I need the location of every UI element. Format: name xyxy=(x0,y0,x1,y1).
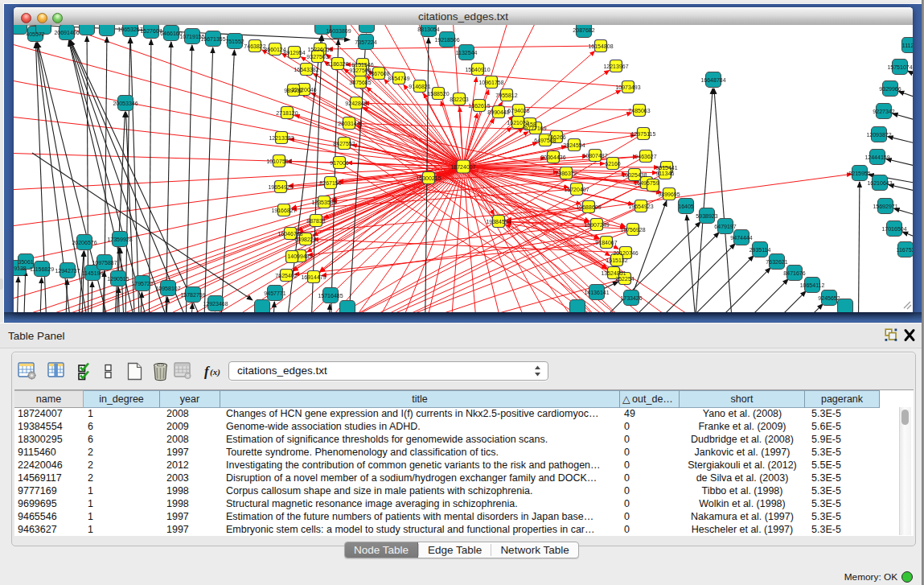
svg-text:12213383: 12213383 xyxy=(269,135,294,141)
svg-text:20206576: 20206576 xyxy=(72,240,97,245)
svg-text:911346: 911346 xyxy=(656,171,675,176)
svg-text:15720407: 15720407 xyxy=(564,187,589,192)
svg-text:18724007: 18724007 xyxy=(450,164,475,170)
svg-text:9227342: 9227342 xyxy=(873,109,894,114)
svg-text:12093872: 12093872 xyxy=(866,132,891,138)
svg-text:9184067: 9184067 xyxy=(595,240,617,245)
svg-text:35061: 35061 xyxy=(18,259,34,265)
svg-text:16782759: 16782759 xyxy=(180,292,205,298)
svg-text:16543382: 16543382 xyxy=(294,67,318,72)
svg-text:12213967: 12213967 xyxy=(603,64,628,69)
svg-text:7955812: 7955812 xyxy=(495,93,517,98)
svg-text:9245652: 9245652 xyxy=(818,295,840,301)
svg-text:11156829: 11156829 xyxy=(30,266,54,272)
svg-text:20364436: 20364436 xyxy=(540,154,565,160)
svg-text:16033809: 16033809 xyxy=(326,28,351,34)
svg-text:8454749: 8454749 xyxy=(388,76,409,81)
svg-text:405572: 405572 xyxy=(26,31,44,37)
svg-text:8912954: 8912954 xyxy=(283,50,305,56)
svg-text:7625402: 7625402 xyxy=(275,273,297,278)
svg-text:1733426: 1733426 xyxy=(620,295,642,301)
svg-text:1145194: 1145194 xyxy=(82,270,104,276)
svg-text:8471676: 8471676 xyxy=(783,270,805,276)
svg-text:14136141: 14136141 xyxy=(584,290,609,295)
svg-text:5938923: 5938923 xyxy=(696,213,717,219)
svg-text:917006: 917006 xyxy=(330,160,348,166)
svg-text:887833: 887833 xyxy=(306,218,325,224)
svg-text:7632621: 7632621 xyxy=(766,259,787,265)
svg-text:9146821: 9146821 xyxy=(409,84,430,89)
svg-text:16671355: 16671355 xyxy=(200,36,225,42)
svg-text:10807487: 10807487 xyxy=(582,153,607,159)
svg-text:12353594: 12353594 xyxy=(311,200,336,205)
svg-text:9329966: 9329966 xyxy=(879,86,901,92)
svg-text:1615132: 1615132 xyxy=(606,257,627,263)
svg-text:10973493: 10973493 xyxy=(615,84,640,90)
svg-text:10961758: 10961758 xyxy=(478,80,503,85)
svg-text:116753: 116753 xyxy=(897,247,913,253)
svg-text:(x): (x) xyxy=(210,367,220,377)
svg-text:19218506: 19218506 xyxy=(434,37,459,43)
svg-text:2803144: 2803144 xyxy=(338,121,359,126)
svg-text:8267150: 8267150 xyxy=(319,180,341,186)
svg-text:8813054: 8813054 xyxy=(417,27,439,32)
svg-text:15716485: 15716485 xyxy=(318,293,343,299)
svg-text:6497568: 6497568 xyxy=(534,138,556,143)
svg-text:9457771: 9457771 xyxy=(264,290,285,296)
svg-text:10107554: 10107554 xyxy=(266,159,291,164)
svg-text:16210643: 16210643 xyxy=(867,180,892,186)
svg-text:1527607: 1527607 xyxy=(140,28,162,34)
svg-text:1588520: 1588520 xyxy=(427,91,449,97)
svg-text:19384594: 19384594 xyxy=(486,219,511,225)
svg-text:1290515: 1290515 xyxy=(107,276,129,282)
svg-text:7986372: 7986372 xyxy=(555,171,577,176)
svg-text:832203: 832203 xyxy=(450,97,468,102)
svg-text:9899695: 9899695 xyxy=(658,192,680,197)
svg-text:8427552: 8427552 xyxy=(333,141,355,146)
svg-text:6498222: 6498222 xyxy=(294,237,316,242)
svg-text:252254: 252254 xyxy=(615,276,634,282)
svg-text:7485063: 7485063 xyxy=(628,108,650,113)
svg-text:1362615: 1362615 xyxy=(468,103,490,109)
svg-text:10025438: 10025438 xyxy=(622,172,647,178)
svg-text:15751074: 15751074 xyxy=(887,64,912,70)
svg-text:19654925: 19654925 xyxy=(268,184,293,190)
svg-text:1132544: 1132544 xyxy=(456,50,478,56)
svg-text:15692971: 15692971 xyxy=(873,204,897,209)
svg-text:15226058: 15226058 xyxy=(307,47,332,52)
svg-text:11123: 11123 xyxy=(902,43,913,48)
svg-text:10958107: 10958107 xyxy=(155,286,180,291)
svg-text:16648784: 16648784 xyxy=(700,77,725,83)
svg-text:10654112: 10654112 xyxy=(800,282,825,288)
svg-text:16405: 16405 xyxy=(678,204,694,209)
svg-text:12444159: 12444159 xyxy=(864,154,889,160)
svg-text:9327503: 9327503 xyxy=(306,54,328,60)
svg-text:9515441: 9515441 xyxy=(655,165,677,171)
svg-text:16495759: 16495759 xyxy=(634,180,659,186)
svg-text:20120746: 20120746 xyxy=(613,250,638,256)
svg-text:6794028: 6794028 xyxy=(507,108,529,113)
svg-text:2718120: 2718120 xyxy=(276,110,298,116)
svg-text:3875685: 3875685 xyxy=(349,80,371,85)
svg-text:10975887: 10975887 xyxy=(92,260,117,266)
svg-text:20053346: 20053346 xyxy=(113,101,138,106)
svg-text:39138: 39138 xyxy=(14,266,27,271)
svg-text:12923468: 12923468 xyxy=(203,301,228,307)
svg-text:20691406: 20691406 xyxy=(54,30,79,35)
svg-text:8215955: 8215955 xyxy=(848,171,870,176)
svg-text:9474444: 9474444 xyxy=(730,235,752,241)
svg-text:2935114: 2935114 xyxy=(749,247,771,253)
svg-text:13524851: 13524851 xyxy=(601,270,626,276)
svg-text:16300215: 16300215 xyxy=(416,175,441,181)
svg-text:16914479: 16914479 xyxy=(301,274,326,280)
svg-text:19166827: 19166827 xyxy=(271,208,296,213)
svg-text:2458: 2458 xyxy=(524,122,536,127)
svg-text:16154808: 16154808 xyxy=(588,43,613,49)
svg-text:17359928: 17359928 xyxy=(107,237,132,242)
svg-text:2867608: 2867608 xyxy=(368,71,389,76)
svg-text:7463822: 7463822 xyxy=(244,43,265,49)
svg-text:8186328: 8186328 xyxy=(326,61,348,67)
svg-text:17016504: 17016504 xyxy=(881,226,906,232)
svg-text:8151546: 8151546 xyxy=(351,62,373,68)
svg-text:7357224: 7357224 xyxy=(355,39,376,45)
